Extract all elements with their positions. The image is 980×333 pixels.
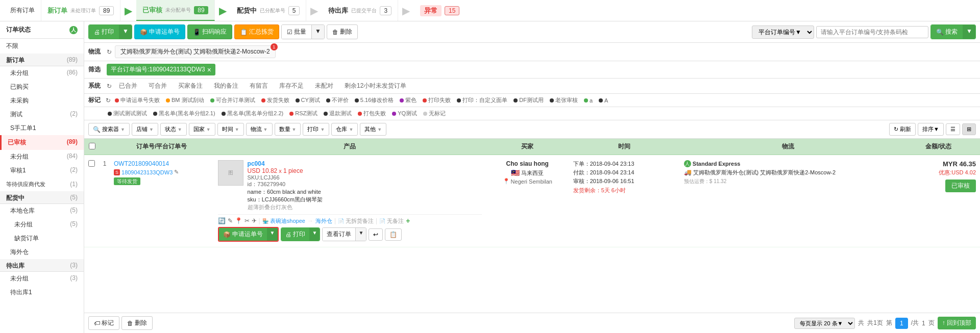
collect-btn[interactable]: 📋 汇总拣货 <box>234 24 279 39</box>
mark-item-test-test[interactable]: 测试测试测试 <box>106 109 149 118</box>
back-to-top-btn[interactable]: ↑ 回到顶部 <box>938 317 976 329</box>
filter-close-icon[interactable]: × <box>207 66 211 73</box>
filter-country-btn[interactable]: 国家 ▼ <box>189 123 215 136</box>
select-all-checkbox[interactable] <box>89 143 95 149</box>
mark-item-bm[interactable]: BM 测试刮动 <box>164 96 206 105</box>
search-arrow-btn[interactable]: ▼ <box>963 25 975 39</box>
system-tab-buyer-note[interactable]: 买家备注 <box>174 81 207 91</box>
action-shopee-link[interactable]: 🏪 表碗迪shopee <box>262 217 305 225</box>
mark-item-blacklist2[interactable]: 黑名单(黑名单分组2.2) <box>219 109 286 118</box>
system-refresh-icon[interactable]: ↻ <box>107 83 112 90</box>
action-refresh-icon[interactable]: 🔄 <box>218 217 226 224</box>
scan-btn[interactable]: 📱 扫码响应 <box>187 24 232 39</box>
sidebar-item-purchased[interactable]: 已购买 <box>0 80 84 94</box>
mark-item-print-fail[interactable]: 打印失败 <box>421 96 453 105</box>
sidebar-item-wait-supplier[interactable]: 等待供应商代发(1) <box>0 177 84 191</box>
filter-logistics-btn[interactable]: 物流 ▼ <box>246 123 273 136</box>
print-arrow-btn[interactable]: ▼ <box>119 25 132 39</box>
product-name[interactable]: pc004 <box>248 160 482 167</box>
print-split-btn[interactable]: 🖨 打印 ▼ <box>88 24 132 39</box>
mark-item-cy[interactable]: CY测试 <box>293 96 322 105</box>
filter-shop-btn[interactable]: 店铺 ▼ <box>132 123 158 136</box>
mark-refresh-icon[interactable]: ↻ <box>106 97 111 104</box>
mark-item-a-upper[interactable]: A <box>597 97 610 104</box>
filter-qty-btn[interactable]: 数量 ▼ <box>275 123 301 136</box>
row-apply-main[interactable]: 📦 申请运单号 <box>219 228 267 241</box>
action-plus-btn[interactable]: + <box>406 217 410 225</box>
batch-main-btn[interactable]: ☑ 批量 <box>282 25 311 39</box>
sidebar-item-local-warehouse[interactable]: 本地仓库(5) <box>0 204 84 218</box>
sidebar-item-outbound-ungroup[interactable]: 未分组(3) <box>0 272 84 286</box>
system-tab-my-note[interactable]: 我的备注 <box>210 81 242 91</box>
mark-item-price-modify[interactable]: 5.16修改价格 <box>353 96 396 105</box>
system-tab-12h[interactable]: 剩余12小时未发货订单 <box>340 81 410 91</box>
system-tab-can-merge[interactable]: 可合并 <box>144 81 171 91</box>
mark-item-apply-fail[interactable]: 申请运单号失败 <box>113 96 162 105</box>
row-print-btn[interactable]: 🖨 打印 ▼ <box>281 227 321 241</box>
filter-searcher-btn[interactable]: 🔍 搜索器 ▼ <box>88 123 130 136</box>
sort-btn[interactable]: 排序▼ <box>918 123 944 136</box>
refresh-btn[interactable]: ↻ 刷新 <box>889 123 916 136</box>
system-tab-unmatched[interactable]: 未配对 <box>311 81 337 91</box>
filter-status-btn[interactable]: 状态 ▼ <box>160 123 187 136</box>
sidebar-item-reviewed-ungroup[interactable]: 未分组(84) <box>0 150 84 164</box>
filter-time-btn[interactable]: 时间 ▼ <box>217 123 244 136</box>
page-num-btn[interactable]: 1 <box>895 318 908 329</box>
mark-item-purple[interactable]: 紫色 <box>398 96 419 105</box>
delete-btn[interactable]: 🗑 删除 <box>327 24 358 39</box>
mark-item-no-mark[interactable]: 无标记 <box>421 109 448 118</box>
nav-warehouse[interactable]: 待出库 已提交平台 3 <box>322 0 398 21</box>
row-undo-btn[interactable]: ↩ <box>369 228 383 241</box>
sidebar-item-outbound1[interactable]: 待出库1 <box>0 286 84 299</box>
print-main-btn[interactable]: 🖨 打印 <box>89 25 119 39</box>
apply-shipping-btn[interactable]: 📦 申请运单号 <box>134 24 185 39</box>
row-print-main[interactable]: 🖨 打印 <box>281 228 309 241</box>
row-view-arrow[interactable]: ▼ <box>355 228 366 241</box>
mark-item-yq[interactable]: YQ测试 <box>390 109 419 118</box>
filter-other-btn[interactable]: 其他 ▼ <box>360 123 386 136</box>
bottom-delete-btn[interactable]: 🗑 删除 <box>121 316 153 330</box>
nav-new-order[interactable]: 新订单 未处理订单 89 <box>41 0 120 21</box>
nav-shipping[interactable]: 配货中 已分配单号 5 <box>231 0 307 21</box>
sidebar-item-review1[interactable]: 审核1(2) <box>0 164 84 177</box>
reviewed-status-btn[interactable]: 已审核 <box>945 180 976 192</box>
system-tab-low-stock[interactable]: 库存不足 <box>275 81 308 91</box>
nav-anomaly[interactable]: 异常 15 <box>414 0 465 21</box>
page-size-select[interactable]: 每页显示 20 条▼ <box>794 318 855 329</box>
mark-item-a-lower[interactable]: a <box>582 97 595 104</box>
search-type-select[interactable]: 平台订单编号▼ <box>752 25 814 39</box>
sidebar-item-not-purchased[interactable]: 未采购 <box>0 94 84 108</box>
active-filter-tag[interactable]: 平台订单编号:18090423133QDW3 × <box>107 64 215 75</box>
mark-item-pack-fail[interactable]: 打包失败 <box>356 109 388 118</box>
sidebar-item-overseas[interactable]: 海外仓 <box>0 245 84 259</box>
action-no-cargo-note[interactable]: 📄 无拆货备注 <box>338 217 374 225</box>
search-input[interactable] <box>816 26 928 38</box>
system-tab-merged[interactable]: 已合并 <box>115 81 141 91</box>
action-pin-icon[interactable]: 📍 <box>235 217 242 224</box>
sidebar-item-unlimited[interactable]: 不限 <box>0 39 84 54</box>
batch-split-btn[interactable]: ☑ 批量 ▼ <box>281 24 325 39</box>
sidebar-item-new-ungroup[interactable]: 未分组(86) <box>0 66 84 80</box>
action-edit-icon[interactable]: ✎ <box>228 217 233 224</box>
mark-item-no-review[interactable]: 不评价 <box>324 96 351 105</box>
filter-warehouse-btn[interactable]: 仓库 ▼ <box>331 123 358 136</box>
logistics-refresh-icon[interactable]: ↻ <box>107 48 112 56</box>
view-list-btn[interactable]: ☰ <box>946 123 960 135</box>
mark-item-merge-test[interactable]: 可合并订单测试 <box>208 96 257 105</box>
order-id[interactable]: OWT201809040014 <box>114 160 210 167</box>
system-tab-message[interactable]: 有留言 <box>246 81 272 91</box>
sidebar-item-local-ungroup[interactable]: 未分组(5) <box>0 218 84 232</box>
action-scissors-icon[interactable]: ✂ <box>244 217 250 224</box>
action-overseas-link[interactable]: 海外仓 <box>315 217 332 225</box>
nav-reviewed[interactable]: 已审核 未分配单号 89 <box>136 0 214 21</box>
mark-item-ship-fail[interactable]: 发货失败 <box>259 96 291 105</box>
all-orders-nav[interactable]: 所有订单 <box>4 0 41 21</box>
view-grid-btn[interactable]: ⊞ <box>962 123 976 135</box>
row-apply-arrow[interactable]: ▼ <box>267 228 278 241</box>
mark-item-custom-print[interactable]: 打印：自定义面单 <box>455 96 509 105</box>
sidebar-item-test[interactable]: 测试(2) <box>0 108 84 121</box>
bottom-mark-btn[interactable]: 🏷 标记 <box>88 316 119 330</box>
action-plane-icon[interactable]: ✈ <box>252 217 257 224</box>
sidebar-item-reviewed[interactable]: 已审核(89) <box>0 135 84 150</box>
sidebar-item-shortage[interactable]: 缺货订单 <box>0 232 84 245</box>
